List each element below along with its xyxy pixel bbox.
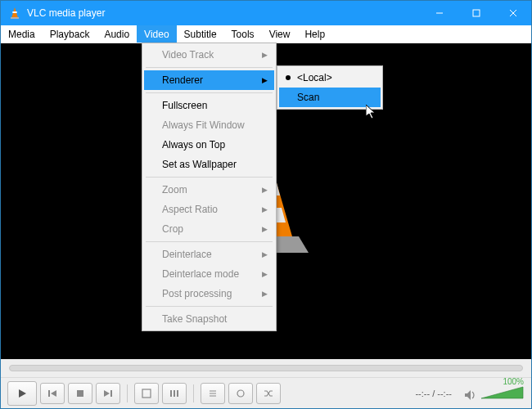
radio-dot-icon bbox=[286, 75, 291, 80]
menuitem-always-fit-window[interactable]: Always Fit Window bbox=[144, 115, 274, 135]
svg-rect-13 bbox=[48, 390, 50, 397]
separator bbox=[127, 384, 128, 402]
menuitem-renderer-scan[interactable]: Scan bbox=[279, 88, 381, 107]
separator bbox=[193, 384, 194, 402]
app-icon bbox=[7, 6, 22, 20]
menu-separator bbox=[146, 241, 273, 242]
seek-slider[interactable] bbox=[9, 365, 523, 371]
menu-separator bbox=[146, 92, 273, 93]
menuitem-aspect-ratio[interactable]: Aspect Ratio▶ bbox=[144, 200, 274, 219]
chevron-right-icon: ▶ bbox=[262, 76, 268, 84]
menu-subtitle[interactable]: Subtitle bbox=[177, 25, 224, 43]
menu-media[interactable]: Media bbox=[1, 25, 43, 43]
maximize-button[interactable] bbox=[458, 1, 494, 25]
volume-slider[interactable] bbox=[480, 385, 525, 402]
random-button[interactable] bbox=[256, 383, 281, 404]
time-display: --:-- / --:-- bbox=[415, 389, 452, 398]
svg-rect-17 bbox=[110, 390, 112, 397]
chevron-right-icon: ▶ bbox=[262, 225, 268, 233]
stop-button[interactable] bbox=[68, 383, 92, 404]
menu-view[interactable]: View bbox=[262, 25, 298, 43]
menuitem-always-on-top[interactable]: Always on Top bbox=[144, 135, 274, 155]
menuitem-crop[interactable]: Crop▶ bbox=[144, 219, 274, 239]
menuitem-zoom[interactable]: Zoom▶ bbox=[144, 180, 274, 200]
minimize-button[interactable] bbox=[421, 1, 458, 25]
menu-separator bbox=[146, 177, 273, 178]
renderer-submenu: <Local> Scan bbox=[277, 65, 383, 110]
seekbar-row bbox=[1, 359, 531, 377]
controls-bar: --:-- / --:-- 100% bbox=[1, 377, 531, 408]
close-button[interactable] bbox=[494, 1, 531, 25]
menu-tools[interactable]: Tools bbox=[224, 25, 262, 43]
next-button[interactable] bbox=[96, 383, 120, 404]
svg-rect-19 bbox=[170, 390, 172, 397]
svg-rect-2 bbox=[11, 17, 19, 19]
svg-rect-15 bbox=[77, 390, 83, 397]
chevron-right-icon: ▶ bbox=[262, 270, 268, 278]
svg-marker-26 bbox=[481, 387, 523, 398]
chevron-right-icon: ▶ bbox=[262, 51, 268, 59]
menuitem-fullscreen[interactable]: Fullscreen bbox=[144, 96, 274, 115]
menu-playback[interactable]: Playback bbox=[43, 25, 97, 43]
menu-help[interactable]: Help bbox=[297, 25, 332, 43]
titlebar: VLC media player bbox=[1, 1, 531, 25]
menuitem-deinterlace-mode[interactable]: Deinterlace mode▶ bbox=[144, 264, 274, 284]
video-menu-dropdown: Video Track▶ Renderer▶ Fullscreen Always… bbox=[142, 43, 277, 331]
svg-rect-20 bbox=[174, 390, 175, 397]
chevron-right-icon: ▶ bbox=[262, 205, 268, 213]
menu-separator bbox=[146, 306, 273, 307]
playlist-button[interactable] bbox=[201, 383, 225, 404]
menuitem-deinterlace[interactable]: Deinterlace▶ bbox=[144, 245, 274, 264]
svg-marker-25 bbox=[465, 390, 471, 400]
menuitem-set-as-wallpaper[interactable]: Set as Wallpaper bbox=[144, 155, 274, 174]
svg-marker-14 bbox=[51, 390, 56, 397]
svg-rect-21 bbox=[177, 390, 178, 397]
menuitem-post-processing[interactable]: Post processing▶ bbox=[144, 284, 274, 303]
menuitem-renderer[interactable]: Renderer▶ bbox=[144, 70, 274, 90]
loop-button[interactable] bbox=[228, 383, 253, 404]
menu-video[interactable]: Video bbox=[137, 25, 176, 43]
speaker-icon bbox=[463, 389, 476, 402]
menubar: Media Playback Audio Video Subtitle Tool… bbox=[1, 25, 531, 43]
prev-button[interactable] bbox=[40, 383, 65, 404]
volume-control[interactable] bbox=[463, 385, 525, 402]
svg-marker-12 bbox=[19, 389, 26, 398]
window-title: VLC media player bbox=[27, 7, 421, 19]
volume-percent: 100% bbox=[503, 377, 524, 386]
play-button[interactable] bbox=[7, 381, 37, 406]
svg-marker-16 bbox=[104, 390, 110, 397]
menu-separator bbox=[146, 67, 273, 68]
chevron-right-icon: ▶ bbox=[262, 290, 268, 298]
chevron-right-icon: ▶ bbox=[262, 186, 268, 194]
svg-rect-4 bbox=[473, 10, 480, 16]
menuitem-renderer-local[interactable]: <Local> bbox=[279, 68, 381, 88]
ext-settings-button[interactable] bbox=[162, 383, 187, 404]
svg-rect-1 bbox=[12, 11, 16, 13]
menuitem-video-track[interactable]: Video Track▶ bbox=[144, 45, 274, 65]
fullscreen-button[interactable] bbox=[134, 383, 159, 404]
chevron-right-icon: ▶ bbox=[262, 250, 268, 258]
menuitem-take-snapshot[interactable]: Take Snapshot bbox=[144, 309, 274, 329]
menu-audio[interactable]: Audio bbox=[97, 25, 137, 43]
svg-rect-18 bbox=[142, 389, 151, 398]
